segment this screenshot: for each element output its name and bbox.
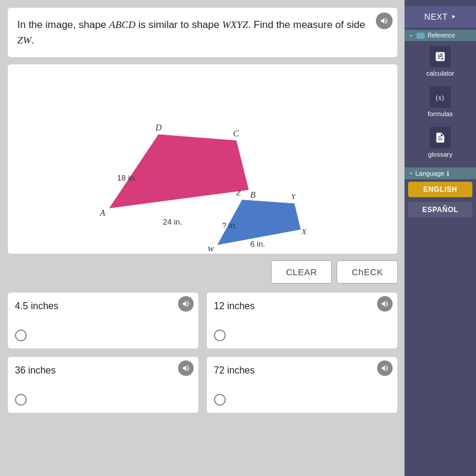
answer-d-audio-button[interactable] — [377, 360, 393, 376]
question-text: In the image, shape ABCD is similar to s… — [17, 19, 365, 46]
formulas-label: formulas — [428, 110, 453, 117]
reference-section: Reference — [405, 30, 476, 41]
svg-text:C: C — [233, 129, 239, 138]
answer-a-text: 4.5 inches — [15, 301, 191, 312]
svg-marker-0 — [110, 135, 248, 208]
svg-text:Z: Z — [236, 188, 241, 197]
question-audio-button[interactable] — [376, 13, 393, 29]
svg-text:W: W — [207, 244, 215, 253]
action-buttons: CLEAR ChECK — [7, 260, 398, 284]
glossary-icon — [430, 127, 451, 148]
svg-text:(x): (x) — [436, 94, 444, 102]
glossary-label: glossary — [428, 151, 453, 158]
next-button[interactable]: NEXT — [405, 6, 476, 27]
main-content: In the image, shape ABCD is similar to s… — [0, 0, 405, 476]
english-button[interactable]: ENGLISH — [408, 182, 472, 197]
answer-a-radio[interactable] — [15, 329, 27, 341]
svg-text:A: A — [99, 208, 105, 217]
glossary-tool[interactable]: glossary — [405, 122, 476, 163]
answer-c-text: 36 inches — [15, 365, 191, 376]
clear-button[interactable]: CLEAR — [271, 260, 332, 284]
answer-a-audio-button[interactable] — [178, 296, 194, 312]
reference-header[interactable]: Reference — [408, 32, 472, 39]
calculator-tool[interactable]: calculator — [405, 41, 476, 82]
language-header[interactable]: Language ℹ — [408, 170, 472, 177]
answer-d-radio[interactable] — [214, 394, 226, 406]
check-button[interactable]: ChECK — [337, 260, 398, 284]
answer-card-c: 36 inches — [7, 356, 199, 413]
answer-d-text: 72 inches — [214, 365, 390, 376]
answer-b-radio[interactable] — [214, 329, 226, 341]
answers-grid: 4.5 inches 12 inches 36 inches — [7, 292, 398, 413]
answer-b-audio-button[interactable] — [377, 296, 393, 312]
answer-card-b: 12 inches — [206, 292, 398, 349]
formulas-tool[interactable]: (x) formulas — [405, 82, 476, 122]
answer-c-audio-button[interactable] — [178, 360, 194, 376]
diagram-box: A B C D 18 in. 24 in. W X Y Z ? in. — [7, 64, 398, 254]
answer-card-a: 4.5 inches — [7, 292, 199, 349]
svg-text:? in.: ? in. — [222, 221, 237, 230]
language-label: Language — [415, 170, 444, 177]
formulas-icon: (x) — [430, 86, 451, 108]
svg-text:D: D — [155, 123, 162, 132]
question-box: In the image, shape ABCD is similar to s… — [7, 7, 398, 58]
answer-b-text: 12 inches — [214, 301, 390, 312]
svg-text:B: B — [250, 190, 256, 200]
answer-card-d: 72 inches — [206, 356, 398, 413]
reference-label: Reference — [416, 32, 455, 39]
svg-text:6 in.: 6 in. — [250, 239, 265, 248]
svg-text:18 in.: 18 in. — [117, 173, 136, 182]
svg-text:Y: Y — [291, 192, 297, 201]
answer-c-radio[interactable] — [15, 394, 27, 406]
espanol-button[interactable]: ESPAÑOL — [408, 202, 472, 217]
svg-text:24 in.: 24 in. — [163, 217, 182, 226]
svg-text:X: X — [301, 227, 307, 236]
calculator-label: calculator — [426, 70, 454, 77]
calculator-icon — [430, 46, 451, 67]
sidebar: NEXT Reference calculator (x) formulas g… — [405, 0, 476, 476]
language-section: Language ℹ — [405, 167, 476, 179]
